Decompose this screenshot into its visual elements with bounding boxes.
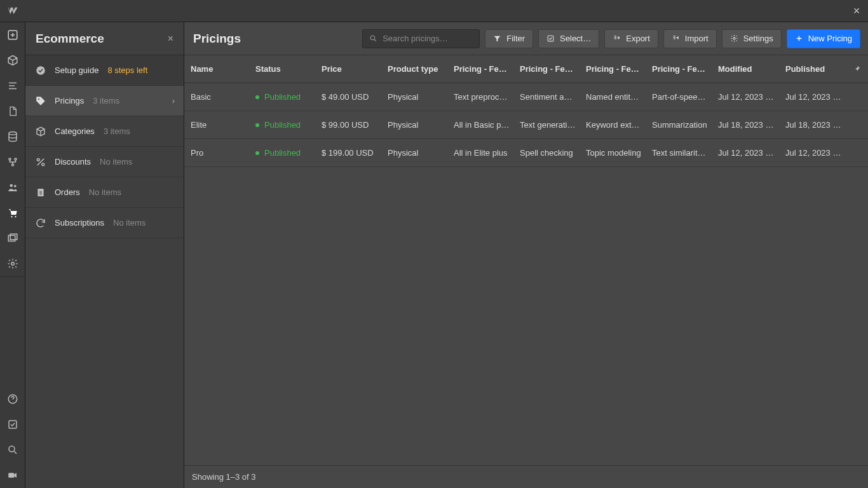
filter-icon (493, 34, 501, 43)
settings-rail-icon[interactable] (0, 251, 25, 276)
col-published[interactable]: Published (780, 64, 848, 74)
search-input[interactable] (383, 34, 473, 43)
panel-title: Ecommerce (36, 32, 168, 46)
cell-feature-1: Text preprocess… (449, 92, 515, 102)
pages-icon[interactable] (0, 98, 25, 124)
sidebar-item-subscriptions[interactable]: Subscriptions No items (25, 208, 184, 238)
cell-feature-2: Text generation (515, 120, 581, 130)
cell-feature-3: Named entity re… (581, 92, 647, 102)
checkbox-icon (546, 34, 555, 43)
close-panel-icon[interactable]: × (168, 33, 173, 44)
svg-point-4 (11, 164, 13, 166)
video-icon[interactable] (0, 463, 25, 488)
svg-point-5 (10, 184, 13, 187)
col-pin[interactable] (848, 65, 867, 73)
gear-icon (730, 34, 738, 43)
table-row[interactable]: ProPublished$ 199.00 USDPhysicalAll in E… (184, 139, 868, 167)
search-input-wrap[interactable] (362, 29, 480, 48)
percent-icon (34, 156, 47, 168)
search-rail-icon[interactable] (0, 437, 25, 463)
col-feature-3[interactable]: Pricing - Feature (581, 64, 647, 74)
cell-feature-2: Sentiment analy… (515, 92, 581, 102)
cell-feature-1: All in Elite plus (449, 148, 515, 158)
app-topbar: × (0, 0, 868, 22)
sidebar-item-setup-guide[interactable]: Setup guide 8 steps left (25, 55, 184, 86)
cell-status: Published (250, 92, 316, 102)
svg-point-8 (15, 216, 16, 217)
close-app-button[interactable]: × (845, 0, 868, 22)
col-feature-4[interactable]: Pricing - Feature (647, 64, 713, 74)
svg-rect-23 (548, 36, 553, 41)
navigator-icon[interactable] (0, 73, 25, 98)
col-feature-2[interactable]: Pricing - Feature (515, 64, 581, 74)
col-name[interactable]: Name (184, 64, 250, 74)
svg-point-11 (11, 262, 14, 266)
col-type[interactable]: Product type (383, 64, 449, 74)
ecommerce-icon[interactable] (0, 200, 25, 226)
sidebar-item-label: Subscriptions (55, 218, 104, 227)
svg-point-1 (9, 132, 17, 135)
col-status[interactable]: Status (250, 64, 316, 74)
cell-type: Physical (383, 148, 449, 158)
left-tool-rail (0, 22, 25, 488)
table-body: BasicPublished$ 49.00 USDPhysicalText pr… (184, 83, 868, 167)
cell-name: Elite (184, 120, 250, 130)
cell-price: $ 99.00 USD (316, 120, 383, 130)
sidebar-item-categories[interactable]: Categories 3 items (25, 116, 184, 147)
add-element-icon[interactable] (0, 22, 25, 48)
new-pricing-label: New Pricing (808, 34, 852, 43)
box-icon[interactable] (0, 48, 25, 73)
main-toolbar: Pricings Filter Select… Export Import Se… (184, 22, 868, 55)
logic-icon[interactable] (0, 149, 25, 175)
sidebar-item-label: Orders (55, 187, 80, 197)
cell-published: Jul 18, 2023 4:1… (780, 120, 848, 130)
table-row[interactable]: ElitePublished$ 99.00 USDPhysicalAll in … (184, 111, 868, 139)
cell-status: Published (250, 148, 316, 158)
audit-icon[interactable] (0, 412, 25, 437)
row-count-text: Showing 1–3 of 3 (192, 472, 255, 482)
cell-modified: Jul 18, 2023 3:4… (713, 120, 780, 130)
check-circle-icon (34, 64, 47, 77)
chevron-right-icon: › (172, 96, 175, 105)
export-label: Export (626, 34, 650, 43)
svg-text:$: $ (39, 189, 42, 195)
assets-icon[interactable] (0, 226, 25, 251)
sidebar-item-orders[interactable]: $ Orders No items (25, 177, 184, 208)
sidebar-item-meta: No items (100, 157, 132, 166)
cell-feature-3: Keyword extracti… (581, 120, 647, 130)
pin-icon (853, 65, 861, 73)
new-pricing-button[interactable]: New Pricing (787, 29, 860, 48)
filter-button[interactable]: Filter (485, 29, 533, 48)
cell-feature-1: All in Basic plus (449, 120, 515, 130)
help-icon[interactable] (0, 386, 25, 412)
cms-icon[interactable] (0, 124, 25, 149)
status-text: Published (264, 92, 301, 102)
sidebar-item-discounts[interactable]: Discounts No items (25, 147, 184, 177)
status-dot-icon (255, 123, 259, 127)
svg-point-17 (38, 98, 39, 99)
export-button[interactable]: Export (604, 29, 658, 48)
filter-label: Filter (506, 34, 525, 43)
import-label: Import (685, 34, 709, 43)
col-feature-1[interactable]: Pricing - Feature (449, 64, 515, 74)
users-icon[interactable] (0, 175, 25, 200)
col-modified[interactable]: Modified (713, 64, 780, 74)
col-price[interactable]: Price (316, 64, 383, 74)
select-button[interactable]: Select… (538, 29, 599, 48)
import-button[interactable]: Import (663, 29, 717, 48)
svg-rect-13 (9, 421, 17, 428)
settings-button[interactable]: Settings (722, 29, 782, 48)
sidebar-item-pricings[interactable]: Pricings 3 items › (25, 86, 184, 116)
svg-point-6 (13, 185, 16, 187)
ecommerce-panel: Ecommerce × Setup guide 8 steps left Pri… (25, 22, 184, 488)
svg-point-14 (9, 446, 15, 452)
sidebar-item-meta: No items (113, 218, 146, 227)
cell-status: Published (250, 120, 316, 130)
box-small-icon (34, 125, 47, 138)
export-icon (613, 34, 621, 43)
table-row[interactable]: BasicPublished$ 49.00 USDPhysicalText pr… (184, 83, 868, 111)
webflow-logo[interactable] (0, 5, 25, 17)
status-text: Published (264, 120, 301, 130)
sidebar-item-meta: No items (89, 187, 121, 197)
svg-point-19 (42, 163, 44, 165)
